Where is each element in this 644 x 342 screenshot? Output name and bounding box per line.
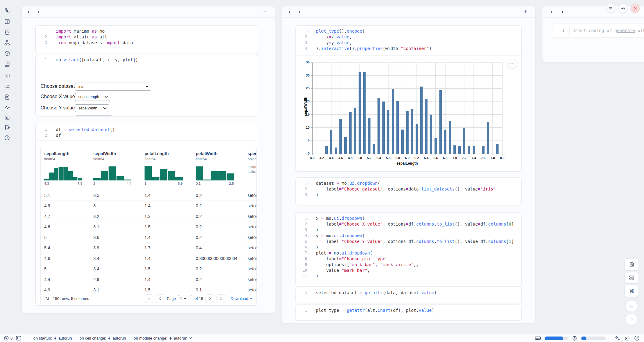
sidebar-scratchpad-icon[interactable] bbox=[4, 124, 11, 131]
code-line: plot_type = getattr(alt.Chart(df), plot.… bbox=[312, 308, 434, 313]
empty-code-cell[interactable]: 1 Start coding or generate with AI bbox=[553, 23, 644, 38]
run-config-3[interactable]: on module change:autorun bbox=[134, 336, 192, 340]
x-tick-label: 6.2 bbox=[412, 156, 422, 160]
chart-bar bbox=[387, 110, 389, 154]
table-cell: 1.5 bbox=[145, 266, 196, 271]
chart-bar bbox=[401, 130, 404, 154]
previous-page-button[interactable] bbox=[156, 294, 164, 303]
save-button[interactable] bbox=[624, 258, 639, 270]
sidebar-help-icon[interactable]: ? bbox=[4, 135, 11, 141]
dataframe-table: sepalLengthfloat644.37.9sepalWidthfloat6… bbox=[40, 147, 257, 305]
column-histogram bbox=[93, 164, 131, 180]
line-number: 1 bbox=[301, 290, 307, 295]
keyboard-shortcuts-button[interactable]: ⌘ bbox=[624, 285, 639, 297]
code-cell-vstack[interactable]: 1mo.vstack([dataset, x, y, plot]) Choose… bbox=[35, 54, 258, 116]
scroll-right-button[interactable] bbox=[297, 9, 302, 15]
code-cell-dataframe[interactable]: 1df = selected_dataset()2df sepalLengthf… bbox=[35, 124, 258, 306]
settings-button[interactable] bbox=[618, 4, 628, 13]
run-config-1[interactable]: on startup:autorun bbox=[33, 336, 72, 340]
code-line: from vega_datasets import data bbox=[52, 40, 133, 45]
table-cell: 4.9 bbox=[44, 203, 93, 208]
chart-bar bbox=[377, 98, 380, 154]
control-label: Choose X value bbox=[41, 94, 75, 99]
scroll-left-button[interactable] bbox=[549, 9, 554, 15]
column-header-petalWidth[interactable]: petalWidthfloat640.12.5 bbox=[196, 147, 248, 190]
copilot-button[interactable] bbox=[624, 335, 630, 341]
table-cell: 1.4 bbox=[145, 256, 196, 261]
line-number: 1 bbox=[301, 308, 307, 312]
scroll-right-button[interactable] bbox=[560, 9, 565, 15]
generate-link[interactable]: generate bbox=[614, 28, 635, 33]
add-cell-button[interactable]: + bbox=[262, 9, 268, 15]
code-cell-selected-dataset[interactable]: 1selected_dataset = getattr(data, datase… bbox=[295, 287, 522, 303]
table-cell: 0.2 bbox=[196, 235, 248, 240]
sidebar-documentation-icon[interactable] bbox=[4, 94, 11, 101]
run-button[interactable] bbox=[626, 313, 637, 325]
code-cell-xy-plot-dropdowns[interactable]: 1⌄x = mo.ui.dropdown(2 label="Choose X v… bbox=[295, 212, 522, 287]
table-cell: 0.4 bbox=[196, 245, 248, 250]
code-cell-dataset-dropdown[interactable]: 1⌄dataset = mo.ui.dropdown(2 label="Choo… bbox=[295, 177, 522, 205]
sidebar-packages-icon[interactable] bbox=[4, 50, 11, 57]
chart-bar bbox=[435, 138, 437, 154]
chart-bar bbox=[373, 144, 375, 154]
choose-y-value-select[interactable]: sepalWidth bbox=[75, 104, 109, 112]
terminal-button[interactable] bbox=[16, 336, 21, 341]
error-count[interactable]: 0 bbox=[4, 336, 13, 341]
column-header-sepalLength[interactable]: sepalLengthfloat644.37.9 bbox=[44, 147, 93, 190]
page-select[interactable]: 1 bbox=[178, 295, 192, 302]
copilot-icon bbox=[624, 335, 630, 341]
chart-menu-button[interactable]: ⋯ bbox=[507, 59, 517, 69]
code-cell-imports[interactable]: 1import marimo as mo2import altair as al… bbox=[35, 25, 258, 53]
line-number: 1 bbox=[301, 29, 307, 33]
chart-bar bbox=[335, 148, 337, 154]
sidebar-dependencies-icon[interactable] bbox=[4, 40, 11, 46]
table-cell: 3.4 bbox=[93, 266, 145, 271]
code-cell-plot[interactable]: 1⌄plot_type().encode(2 x=x.value,3 y=y.v… bbox=[295, 25, 522, 59]
scroll-left-button[interactable] bbox=[287, 9, 292, 15]
choose-plot-type-select[interactable]: mark_bar bbox=[75, 116, 112, 116]
run-config-2[interactable]: on cell change:autorun bbox=[80, 336, 126, 340]
first-page-button[interactable] bbox=[145, 294, 153, 303]
sidebar-snippets-icon[interactable] bbox=[4, 115, 11, 121]
shutdown-button[interactable] bbox=[631, 4, 640, 13]
sidebar-scripts-icon[interactable] bbox=[4, 61, 11, 68]
choose-dataset-select[interactable]: iris bbox=[75, 83, 151, 91]
sidebar-functions-icon[interactable]: f bbox=[4, 18, 11, 25]
chart-bar bbox=[463, 128, 465, 154]
sidebar-chat-icon[interactable] bbox=[4, 72, 11, 79]
lightning-icon bbox=[169, 336, 172, 340]
line-number: 11 bbox=[301, 274, 307, 278]
column-header-sepalWidth[interactable]: sepalWidthfloat6424.4 bbox=[93, 147, 145, 190]
choose-x-value-select[interactable]: sepalLength bbox=[75, 93, 110, 101]
stop-button[interactable] bbox=[626, 300, 637, 312]
code-line: x=x.value, bbox=[312, 34, 352, 39]
scroll-right-button[interactable] bbox=[36, 9, 41, 15]
column-header-species[interactable]: speciesobjectunique:nulls: bbox=[248, 147, 256, 190]
code-cell-plot-type[interactable]: 1plot_type = getattr(alt.Chart(df), plot… bbox=[295, 305, 522, 321]
sidebar-database-icon[interactable] bbox=[4, 29, 11, 36]
activity-sidebar: f? bbox=[0, 0, 16, 334]
download-button[interactable]: Download bbox=[231, 296, 252, 301]
add-cell-button[interactable]: + bbox=[522, 9, 528, 15]
line-number: 1 bbox=[301, 216, 307, 220]
code-line: value="mark_bar", bbox=[312, 268, 370, 273]
ai-assist-button[interactable] bbox=[615, 335, 621, 341]
scroll-left-button[interactable] bbox=[26, 9, 31, 15]
chevron-down-icon bbox=[103, 107, 106, 109]
memory-usage-bar bbox=[545, 337, 568, 340]
search-icon[interactable] bbox=[45, 296, 50, 301]
sidebar-tracing-icon[interactable] bbox=[4, 104, 11, 111]
row-count-summary: 150 rows, 5 columns bbox=[53, 296, 89, 301]
sidebar-logs-icon[interactable] bbox=[4, 83, 11, 90]
connection-status-button[interactable] bbox=[634, 335, 640, 341]
column-header-petalLength[interactable]: petalLengthfloat6416.9 bbox=[145, 147, 196, 190]
next-page-button[interactable] bbox=[206, 294, 214, 303]
table-cell: 4.6 bbox=[44, 224, 93, 229]
chart-bar bbox=[487, 122, 489, 154]
last-page-button[interactable] bbox=[216, 294, 225, 303]
x-tick-label: 5.4 bbox=[374, 156, 384, 160]
menu-button[interactable] bbox=[606, 4, 615, 13]
layout-toggle-button[interactable] bbox=[624, 272, 639, 283]
sidebar-file-tree-icon[interactable] bbox=[4, 7, 11, 14]
table-cell: setosa bbox=[248, 266, 256, 271]
